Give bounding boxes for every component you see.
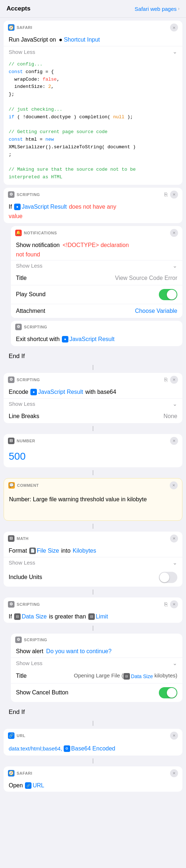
scripting-close-4[interactable]: × [170,600,178,608]
copy-button-4[interactable]: ⎘ [163,601,169,607]
safari-card: 🧭 SAFARI × Run JavaScript on ● Shortcut … [4,21,182,185]
if-keyword-4: If [9,613,12,620]
url-var-pill[interactable]: 🔗 URL [25,782,44,789]
alert-title-var[interactable]: ⊟Data Size [123,673,153,680]
top-bar: Accepts Safari web pages › [0,0,186,18]
scripting-badge-4: ⚙ SCRIPTING [8,601,40,608]
exit-var-label: JavaScript Result [69,336,115,342]
data-size-pill[interactable]: ⊟ Data Size [14,613,47,620]
url-badge-label: URL [17,733,25,738]
if-keyword-1: If [9,204,12,210]
close-icon-3: × [173,230,176,235]
file-size-pill[interactable]: 📄 File Size [29,548,59,554]
open-badge-icon: 🧭 [8,770,14,776]
url-close[interactable]: × [170,732,178,740]
end-if-label-2: End If [9,709,25,715]
js-result-pill-1[interactable]: ● JavaScript Result [14,204,67,210]
scripting-badge-3: ⚙ SCRIPTING [8,376,40,383]
number-card: ⊟ NUMBER × 500 [4,434,182,467]
shortcut-input-pill[interactable]: Shortcut Input [64,37,100,43]
js-result-icon-1: ● [14,204,21,210]
scripting-card-1-header: ⚙ SCRIPTING ⎘ × [4,188,182,201]
scripting-card-4-actions: ⎘ × [163,600,178,608]
number-badge-icon: ⊟ [8,438,14,444]
scripting-card-3: ⚙ SCRIPTING ⎘ × Encode ● JavaScript Resu… [4,373,182,423]
comment-badge: 💬 COMMENT [8,482,39,489]
condition-row-4: If ⊟ Data Size is greater than ⊟ Limit [4,610,182,623]
show-notif-label: Show notification [16,242,60,248]
show-less-row-notif[interactable]: Show Less ⌄ [11,260,182,271]
exit-row: Exit shortcut with ● JavaScript Result [11,332,182,346]
play-sound-toggle[interactable] [159,289,177,300]
toggle-knob-sound [167,290,177,299]
notif-play-sound-row: Play Sound [11,285,182,304]
safari-badge: 🧭 SAFARI [8,24,32,31]
safari-card-header: 🧭 SAFARI × [4,21,182,34]
notifications-close[interactable]: × [170,229,178,237]
format-row: Format 📄 File Size into Kilobytes [4,545,182,557]
scripting-close-3[interactable]: × [170,376,178,384]
encode-row: Encode ● JavaScript Result with base64 [4,386,182,398]
copy-button-1[interactable]: ⎘ [163,191,169,197]
math-card: ⊟ MATH × Format 📄 File Size into Kilobyt… [4,532,182,587]
connector-1 [93,365,93,370]
notif-title-label: Title [16,275,27,281]
exit-var-icon: ● [62,336,68,342]
limit-label: Limit [96,613,108,620]
scripting-card-2-header: ⚙ SCRIPTING [11,321,182,332]
scripting-badge-label-1: SCRIPTING [17,192,40,197]
open-close[interactable]: × [170,769,178,777]
show-less-label-encode: Show Less [9,401,35,407]
alert-message-pill[interactable]: Do you want to continue? [46,648,112,655]
alert-title-label: Title [16,673,27,679]
include-units-toggle[interactable] [159,572,177,583]
exit-var-pill[interactable]: ● JavaScript Result [62,336,115,342]
encode-suffix: with base64 [85,389,116,395]
math-close[interactable]: × [170,535,178,542]
scripting-card-4-header: ⚙ SCRIPTING ⎘ × [4,597,182,610]
show-less-row-1[interactable]: Show Less ⌄ [4,46,182,57]
scripting-close-1[interactable]: × [170,191,178,199]
url-prefix: data:text/html;base64, [9,745,62,752]
alert-badge: ⚙ SCRIPTING [15,637,47,643]
notif-title-value: View Source Code Error [115,275,177,281]
close-icon-2: × [173,192,176,197]
if-block-1: 🔔 NOTIFICATIONS × Show notification <!DO… [7,226,186,346]
base64-pill[interactable]: ⚙ Base64 Encoded [64,745,115,752]
url-card: 🔗 URL × data:text/html;base64, ⚙ Base64 … [4,729,182,756]
subtitle-area[interactable]: Safari web pages › [135,6,179,12]
url-badge: 🔗 URL [8,732,25,739]
limit-icon: ⊟ [88,613,95,620]
show-less-label-alert: Show Less [16,660,42,666]
comment-text: Number: Large file warning threshold val… [4,492,182,520]
number-value: 500 [4,447,182,467]
show-less-row-math[interactable]: Show Less ⌄ [4,557,182,568]
encode-var-pill[interactable]: ● JavaScript Result [30,389,83,395]
safari-close-button[interactable]: × [170,24,178,31]
data-size-icon: ⊟ [14,613,21,620]
shortcut-input-label: Shortcut Input [64,37,100,43]
comment-badge-icon: 💬 [8,482,15,489]
close-icon-4: × [173,377,176,382]
open-badge-label: SAFARI [17,771,32,775]
scripting-card-1: ⚙ SCRIPTING ⎘ × If ● JavaScript Result d… [4,188,182,223]
close-icon: × [173,25,176,30]
into-label: into [61,548,71,554]
show-less-row-alert[interactable]: Show Less ⌄ [11,658,182,669]
limit-pill[interactable]: ⊟ Limit [88,613,108,620]
code-block: // config... const config = { wrapCode: … [4,57,182,185]
attachment-value[interactable]: Choose Variable [135,308,177,314]
copy-button-3[interactable]: ⎘ [163,376,169,383]
alert-title-prefix: Opening Large File ( [74,672,123,678]
connector-7 [93,721,93,726]
line-breaks-row: Line Breaks None [4,409,182,423]
scripting-badge-icon-3: ⚙ [8,376,14,383]
show-less-row-encode[interactable]: Show Less ⌄ [4,398,182,409]
url-badge-icon: 🔗 [8,732,14,739]
math-badge-icon: ⊟ [8,535,14,542]
number-close[interactable]: × [170,437,178,445]
cancel-toggle[interactable] [159,687,177,698]
connector-6 [93,626,93,631]
comment-close[interactable]: × [170,481,178,489]
notifications-badge-icon: 🔔 [15,230,22,236]
